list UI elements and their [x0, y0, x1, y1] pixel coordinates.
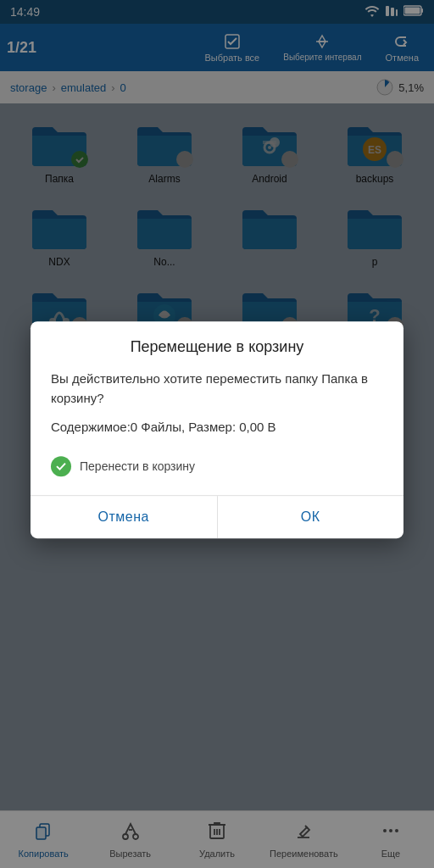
- dialog-checkbox-row[interactable]: Перенести в корзину: [51, 451, 383, 481]
- dialog-ok-button[interactable]: ОК: [218, 496, 404, 538]
- dialog-body-text: Вы действительно хотите переместить папк…: [51, 370, 383, 408]
- checkbox-check-icon: [51, 456, 71, 476]
- trash-dialog: Перемещение в корзину Вы действительно х…: [31, 321, 403, 538]
- dialog-title: Перемещение в корзину: [31, 321, 403, 366]
- dialog-body: Вы действительно хотите переместить папк…: [31, 366, 403, 495]
- checkbox-label: Перенести в корзину: [80, 459, 195, 473]
- dialog-buttons: Отмена ОК: [31, 496, 403, 538]
- dialog-info-text: Содержимое:0 Файлы, Размер: 0,00 В: [51, 418, 383, 437]
- dialog-cancel-button[interactable]: Отмена: [31, 496, 218, 538]
